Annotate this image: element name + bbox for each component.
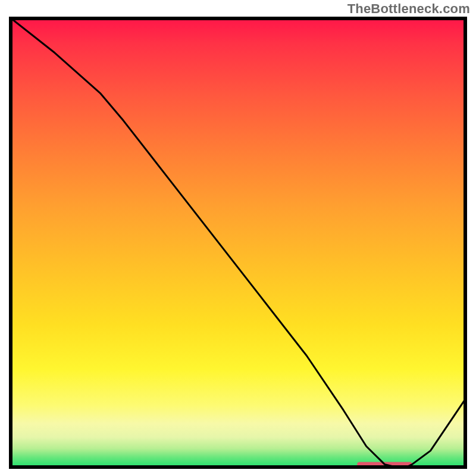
chart-container: TheBottleneck.com — [0, 0, 476, 476]
curve-path — [9, 17, 467, 469]
watermark-text: TheBottleneck.com — [347, 1, 470, 17]
plot-area — [9, 17, 467, 469]
chart-svg — [9, 17, 467, 469]
